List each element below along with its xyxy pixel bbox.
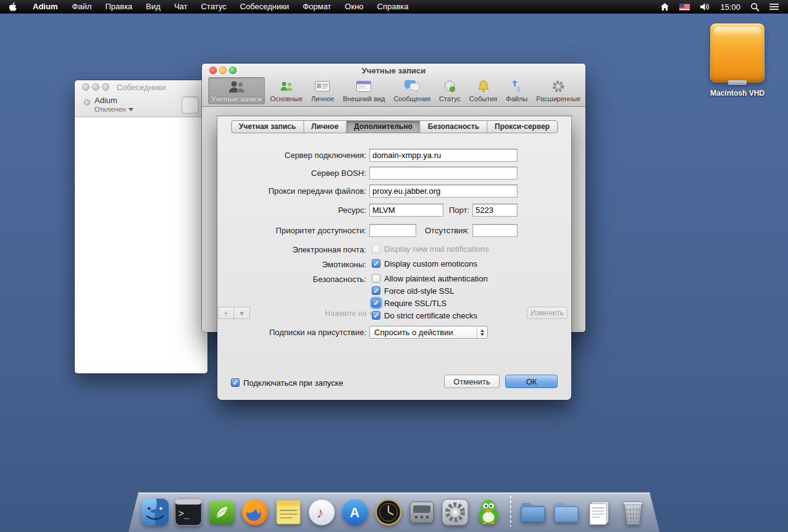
- priority-away-label: Отсутствия:: [420, 224, 469, 237]
- tab-proxy[interactable]: Прокси-сервер: [487, 121, 557, 133]
- volume-label: Macintosh VHD: [705, 89, 769, 98]
- dock-folder-downloads-icon[interactable]: [552, 498, 581, 526]
- dock-green-app-icon[interactable]: [207, 498, 236, 526]
- security-row-old-ssl: Force old-style SSL: [372, 285, 454, 296]
- allow-plaintext-checkbox[interactable]: [372, 274, 380, 283]
- account-avatar-placeholder[interactable]: [182, 96, 199, 114]
- toolbar-item-general[interactable]: Основные: [267, 77, 306, 104]
- dock-itunes-icon[interactable]: ♪: [308, 498, 336, 526]
- dock-folder-icon[interactable]: [519, 498, 547, 526]
- toolbar-item-appearance[interactable]: Внешний вид: [340, 77, 388, 104]
- connect-on-launch-checkbox[interactable]: [231, 378, 240, 387]
- contacts-window: Собеседники Adium Отключен: [75, 80, 207, 373]
- accounts-window-titlebar[interactable]: Учетные записи Учетные записи Основные: [202, 64, 585, 107]
- menu-clock[interactable]: 15:00: [720, 2, 740, 12]
- home-icon[interactable]: [660, 2, 669, 11]
- force-old-ssl-option-label[interactable]: Force old-style SSL: [384, 286, 454, 296]
- connect-server-field[interactable]: [369, 149, 518, 162]
- contacts-list-area[interactable]: [75, 117, 207, 373]
- toolbar-item-accounts[interactable]: Учетные записи: [208, 77, 265, 104]
- ok-button[interactable]: ОК: [505, 375, 558, 388]
- dock-trash-icon[interactable]: [619, 498, 647, 526]
- apple-icon: [9, 2, 17, 12]
- add-account-button[interactable]: +: [218, 307, 234, 319]
- priority-available-label: Приоритет доступности:: [220, 224, 366, 237]
- dock-clock-app-icon[interactable]: [374, 498, 403, 526]
- toolbar-item-messages[interactable]: Сообщения: [390, 77, 434, 104]
- toolbar-item-status[interactable]: Статус: [436, 77, 464, 104]
- dock-app-store-icon[interactable]: A: [341, 498, 369, 526]
- bell-icon: [477, 78, 490, 94]
- menu-help[interactable]: Справка: [371, 0, 416, 14]
- account-status-text: Отключен: [94, 106, 126, 113]
- contacts-account-status[interactable]: Отключен: [94, 106, 133, 113]
- force-old-ssl-checkbox[interactable]: [372, 286, 380, 295]
- custom-emoticons-checkbox[interactable]: [372, 259, 380, 268]
- dock-separator: [510, 496, 511, 526]
- spotlight-icon[interactable]: [750, 2, 760, 12]
- dock-documents-stack-icon[interactable]: [585, 498, 614, 526]
- priority-available-field[interactable]: [369, 224, 416, 237]
- toolbar-item-files[interactable]: Файлы: [503, 77, 530, 104]
- desktop-volume-macintosh-vhd[interactable]: Macintosh VHD: [705, 23, 769, 98]
- email-notifications-checkbox[interactable]: [372, 244, 380, 253]
- menu-app-name[interactable]: Adium: [25, 0, 65, 14]
- toolbar-label: Сообщения: [393, 95, 430, 102]
- menu-file[interactable]: Файл: [65, 0, 98, 14]
- toolbar-label: Статус: [439, 95, 461, 102]
- toolbar-label: Учетные записи: [211, 95, 262, 102]
- cancel-button[interactable]: Отменить: [444, 375, 500, 388]
- tab-privacy[interactable]: Безопасность: [420, 121, 487, 133]
- notification-center-icon[interactable]: [769, 3, 779, 10]
- toolbar-item-personal[interactable]: Личное: [308, 77, 337, 104]
- tab-options[interactable]: Дополнительно: [346, 121, 420, 133]
- connect-on-launch-row: Подключаться при запуске: [231, 377, 343, 388]
- dock-notes-icon[interactable]: [274, 498, 303, 526]
- allow-plaintext-option-label[interactable]: Allow plaintext authentication: [384, 274, 488, 283]
- svg-text:A: A: [350, 505, 360, 520]
- dock-terminal-icon[interactable]: >_: [174, 498, 203, 526]
- dock-system-preferences-icon[interactable]: [441, 498, 469, 526]
- appearance-icon: [356, 78, 372, 94]
- apple-menu[interactable]: [0, 2, 25, 12]
- resource-label: Ресурс:: [220, 204, 366, 217]
- menu-edit[interactable]: Правка: [98, 0, 139, 14]
- menu-contacts[interactable]: Собеседники: [233, 0, 296, 14]
- email-notifications-option-label[interactable]: Display new mail notifications: [384, 244, 489, 254]
- menu-chat[interactable]: Чат: [167, 0, 195, 14]
- menu-view[interactable]: Вид: [139, 0, 167, 14]
- port-label: Порт:: [445, 204, 469, 217]
- dock-firefox-icon[interactable]: [241, 498, 269, 526]
- menu-window[interactable]: Окно: [338, 0, 370, 14]
- resource-field[interactable]: [369, 204, 443, 217]
- custom-emoticons-option-label[interactable]: Display custom emoticons: [384, 259, 477, 268]
- accounts-list-controls-dimmed: + ▾ Нажмите на + Изменить: [202, 305, 585, 324]
- dock-utility-app-icon[interactable]: [408, 498, 436, 526]
- toolbar-item-advanced[interactable]: Расширенные: [533, 77, 584, 104]
- toolbar-item-events[interactable]: События: [466, 77, 500, 104]
- general-icon: [279, 78, 294, 94]
- contacts-window-titlebar[interactable]: Собеседники Adium Отключен: [75, 80, 207, 117]
- input-language-flag-icon[interactable]: [679, 4, 690, 10]
- connect-on-launch-label[interactable]: Подключаться при запуске: [243, 378, 343, 388]
- subscriptions-popup[interactable]: Спросить о действии: [369, 326, 488, 339]
- dock-adium-icon[interactable]: [474, 498, 503, 526]
- add-account-hint: Нажмите на +: [306, 309, 392, 318]
- email-notifications-row: Display new mail notifications: [372, 243, 489, 254]
- priority-away-field[interactable]: [472, 224, 518, 237]
- menu-format[interactable]: Формат: [296, 0, 338, 14]
- external-drive-icon: [710, 23, 765, 83]
- dock-finder-icon[interactable]: [141, 498, 169, 526]
- menu-status[interactable]: Статус: [194, 0, 233, 14]
- offline-status-icon: [84, 99, 90, 106]
- toolbar-label: Основные: [270, 95, 303, 102]
- file-proxy-field[interactable]: [369, 185, 518, 197]
- add-remove-segmented-control: + ▾: [218, 307, 250, 319]
- port-field[interactable]: [472, 204, 518, 217]
- tab-account[interactable]: Учетная запись: [232, 121, 303, 133]
- account-menu-button[interactable]: ▾: [234, 307, 250, 319]
- tab-personal[interactable]: Личное: [303, 121, 346, 133]
- volume-icon[interactable]: [700, 2, 710, 11]
- edit-account-button[interactable]: Изменить: [527, 307, 568, 319]
- bosh-server-field[interactable]: [369, 167, 518, 180]
